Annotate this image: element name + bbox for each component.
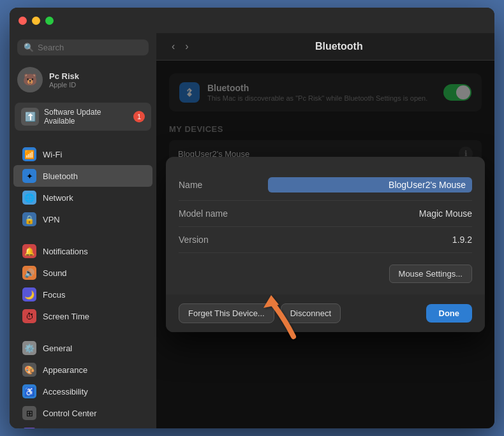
sidebar-item-label: Focus (43, 290, 65, 300)
disconnect-button[interactable]: Disconnect (281, 303, 341, 323)
dialog-footer: Forget This Device... Disconnect Done (166, 294, 485, 332)
sidebar-item-label: Network (43, 193, 73, 203)
minimize-button[interactable] (32, 17, 40, 25)
sidebar-item-appearance[interactable]: 🎨 Appearance (13, 359, 152, 381)
panel-content: Bluetooth This Mac is discoverable as "P… (156, 61, 494, 428)
user-name: Pc Risk (49, 71, 79, 81)
dialog-label-model: Model name (179, 208, 268, 219)
panel-title: Bluetooth (196, 41, 482, 52)
update-icon: ⬆️ (21, 108, 39, 126)
dialog-row-name: Name BlogUser2's Mouse (179, 170, 472, 201)
dialog-value-model: Magic Mouse (268, 208, 472, 219)
mouse-settings-button[interactable]: Mouse Settings... (389, 265, 472, 283)
siri-icon: 🎙 (22, 428, 36, 428)
sidebar-item-label: Screen Time (43, 312, 89, 321)
sidebar-item-accessibility[interactable]: ♿ Accessibility (13, 381, 152, 402)
sidebar-item-label: VPN (43, 215, 60, 224)
done-button[interactable]: Done (426, 304, 473, 323)
sound-icon: 🔊 (22, 266, 36, 280)
sidebar-system-section: ⚙️ General 🎨 Appearance ♿ Accessibility … (10, 337, 156, 428)
software-update-label: Software Update Available (44, 108, 128, 126)
sidebar-item-general[interactable]: ⚙️ General (13, 337, 152, 359)
accessibility-icon: ♿ (22, 384, 36, 398)
main-panel: ‹ › Bluetooth Bluetooth This Mac is di (156, 33, 494, 428)
dialog-value-name: BlogUser2's Mouse (268, 177, 472, 193)
titlebar (10, 8, 494, 33)
search-icon: 🔍 (24, 43, 34, 52)
network-icon: 🌐 (22, 191, 36, 205)
software-update-item[interactable]: ⬆️ Software Update Available 1 (15, 103, 151, 131)
avatar: 🐻 (17, 67, 43, 92)
sidebar-item-label: Bluetooth (43, 171, 78, 181)
fullscreen-button[interactable] (45, 17, 54, 25)
user-sub: Apple ID (49, 81, 79, 89)
sidebar-item-label: General (43, 344, 72, 353)
forward-button[interactable]: › (182, 40, 191, 54)
user-section[interactable]: 🐻 Pc Risk Apple ID (10, 62, 156, 98)
mouse-settings-row: Mouse Settings... (179, 253, 472, 294)
user-info: Pc Risk Apple ID (49, 71, 79, 89)
dialog-body: Name BlogUser2's Mouse Model name Magic … (166, 157, 485, 294)
dialog-label-name: Name (179, 180, 268, 190)
panel-header: ‹ › Bluetooth (156, 33, 494, 61)
content-area: 🔍 🐻 Pc Risk Apple ID ⬆️ Software Update … (10, 33, 494, 428)
sidebar-item-wifi[interactable]: 📶 Wi-Fi (13, 143, 152, 165)
dialog-row-model: Model name Magic Mouse (179, 201, 472, 227)
notifications-icon: 🔔 (22, 244, 36, 258)
search-bar[interactable]: 🔍 (17, 40, 149, 55)
sidebar-item-vpn[interactable]: 🔒 VPN (13, 208, 152, 230)
sidebar-item-label: Sound (43, 268, 67, 278)
sidebar-item-label: Appearance (43, 365, 87, 375)
controlcenter-icon: ⊞ (22, 406, 36, 420)
device-detail-dialog: Name BlogUser2's Mouse Model name Magic … (166, 157, 485, 332)
close-button[interactable] (19, 17, 27, 25)
sidebar-item-network[interactable]: 🌐 Network (13, 187, 152, 208)
general-icon: ⚙️ (22, 341, 36, 355)
bluetooth-icon: ✦ (22, 169, 36, 183)
sidebar-item-notifications[interactable]: 🔔 Notifications (13, 240, 152, 262)
sidebar-item-label: Accessibility (43, 387, 88, 396)
sidebar-item-bluetooth[interactable]: ✦ Bluetooth (13, 165, 152, 187)
sidebar-item-siri[interactable]: 🎙 Siri & Spotlight (13, 424, 152, 428)
sidebar-item-label: Wi-Fi (43, 150, 62, 159)
sidebar-item-label: Notifications (43, 247, 88, 256)
appearance-icon: 🎨 (22, 363, 36, 377)
focus-icon: 🌙 (22, 287, 36, 302)
update-badge: 1 (133, 111, 145, 122)
sidebar-personal-section: 🔔 Notifications 🔊 Sound 🌙 Focus ⏱ Screen… (10, 240, 156, 327)
sidebar-item-screentime[interactable]: ⏱ Screen Time (13, 305, 152, 327)
wifi-icon: 📶 (22, 147, 36, 161)
sidebar: 🔍 🐻 Pc Risk Apple ID ⬆️ Software Update … (10, 33, 156, 428)
dialog-overlay: Name BlogUser2's Mouse Model name Magic … (156, 61, 494, 428)
main-window: 🔍 🐻 Pc Risk Apple ID ⬆️ Software Update … (10, 8, 494, 428)
sidebar-item-label: Control Center (43, 409, 97, 418)
sidebar-item-focus[interactable]: 🌙 Focus (13, 284, 152, 305)
screentime-icon: ⏱ (22, 309, 36, 323)
back-button[interactable]: ‹ (169, 40, 177, 54)
sidebar-item-sound[interactable]: 🔊 Sound (13, 262, 152, 284)
vpn-icon: 🔒 (22, 212, 36, 226)
search-input[interactable] (38, 43, 142, 52)
forget-device-button[interactable]: Forget This Device... (179, 303, 274, 323)
dialog-value-version: 1.9.2 (268, 235, 472, 245)
sidebar-item-controlcenter[interactable]: ⊞ Control Center (13, 402, 152, 424)
sidebar-network-section: 📶 Wi-Fi ✦ Bluetooth 🌐 Network 🔒 VPN (10, 143, 156, 230)
dialog-row-version: Version 1.9.2 (179, 227, 472, 253)
dialog-label-version: Version (179, 235, 268, 245)
